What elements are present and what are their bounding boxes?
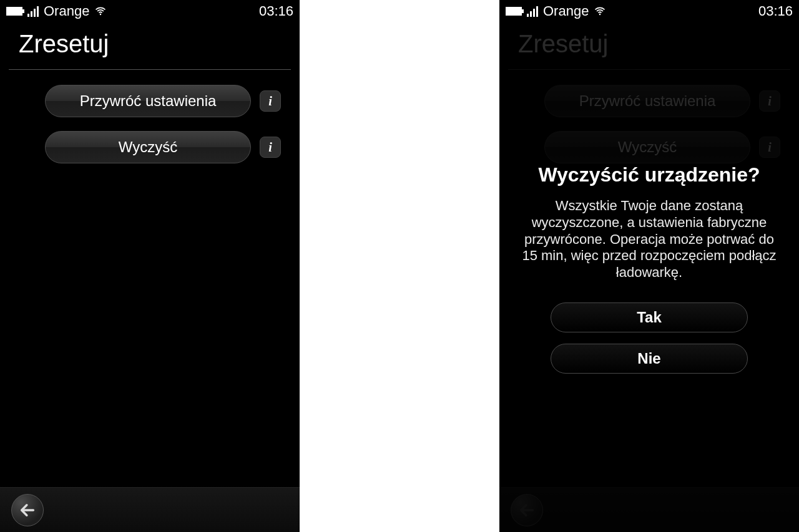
confirm-yes-button[interactable]: Tak	[551, 302, 748, 332]
svg-point-0	[100, 14, 102, 16]
dialog-body: Wszystkie Twoje dane zostaną wyczyszczon…	[522, 198, 777, 281]
clock: 03:16	[758, 3, 793, 19]
carrier-label: Orange	[44, 3, 89, 19]
phone-screen-reset-menu: Orange 03:16 Zresetuj Przywróć ustawieni…	[0, 0, 300, 532]
back-button[interactable]	[11, 494, 44, 526]
info-icon[interactable]: i	[260, 137, 281, 158]
option-row-clear: Wyczyść i	[9, 131, 291, 163]
signal-icon	[527, 6, 538, 17]
signal-icon	[27, 6, 39, 17]
bottom-bar	[0, 487, 300, 532]
statusbar: Orange 03:16	[499, 0, 799, 22]
info-icon[interactable]: i	[260, 90, 281, 112]
carrier-label: Orange	[543, 3, 589, 19]
option-row-restore: Przywróć ustawienia i	[9, 85, 291, 117]
battery-icon	[6, 7, 22, 16]
confirm-no-button[interactable]: Nie	[551, 344, 748, 374]
dialog-title: Wyczyścić urządzenie?	[522, 163, 777, 186]
confirm-clear-dialog: Wyczyścić urządzenie? Wszystkie Twoje da…	[499, 163, 799, 385]
clear-device-button[interactable]: Wyczyść	[45, 131, 251, 163]
statusbar: Orange 03:16	[0, 0, 300, 22]
back-button	[511, 494, 543, 526]
info-icon: i	[759, 137, 780, 158]
bottom-bar	[499, 487, 799, 532]
options-list: Przywróć ustawienia i Wyczyść i	[0, 70, 300, 163]
clear-device-button: Wyczyść	[544, 131, 750, 163]
options-list: Przywróć ustawienia i Wyczyść i	[499, 70, 799, 163]
page-title: Zresetuj	[9, 22, 291, 70]
svg-point-2	[599, 14, 601, 16]
wifi-icon	[594, 5, 606, 17]
restore-settings-button: Przywróć ustawienia	[544, 85, 750, 117]
wifi-icon	[94, 5, 107, 17]
page-title: Zresetuj	[508, 22, 790, 70]
option-row-restore: Przywróć ustawienia i	[508, 85, 790, 117]
option-row-clear: Wyczyść i	[508, 131, 790, 163]
clock: 03:16	[259, 3, 293, 19]
screenshot-separator	[300, 0, 499, 532]
info-icon: i	[759, 90, 780, 112]
restore-settings-button[interactable]: Przywróć ustawienia	[45, 85, 251, 117]
battery-icon	[506, 7, 522, 16]
phone-screen-clear-dialog: Orange 03:16 Zresetuj Przywróć ustawieni…	[499, 0, 799, 532]
